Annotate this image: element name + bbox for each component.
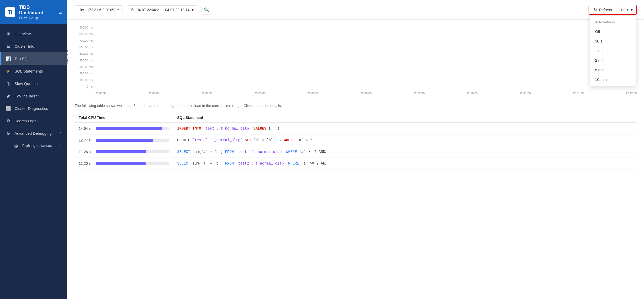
bar-group-42 bbox=[475, 26, 483, 88]
cpu-bar-fill-3 bbox=[96, 150, 146, 153]
time-range-value: 04-07 22:06:21 ~ 04-07 22:13:14 bbox=[137, 8, 189, 12]
sidebar-item-advanced-debugging[interactable]: ⚙ Advanced Debugging ∧ bbox=[0, 127, 67, 139]
bar-group-36 bbox=[420, 26, 429, 88]
cpu-bar-bg-3 bbox=[96, 150, 169, 153]
y-label-0: 0 ms bbox=[87, 85, 93, 88]
cluster-info-icon: ⊟ bbox=[6, 44, 11, 49]
y-label-500: 500.00 ms bbox=[80, 52, 93, 55]
key-vis-icon: ◉ bbox=[6, 93, 11, 98]
sidebar-item-top-sql[interactable]: 📊 Top SQL bbox=[0, 52, 67, 65]
key-vis-label: Key Visualizer bbox=[15, 94, 62, 98]
table-description: The following table shows which top 5 qu… bbox=[75, 104, 637, 108]
y-label-900: 900.00 ms bbox=[80, 26, 93, 29]
bar-group-14 bbox=[222, 26, 230, 88]
bar-group-30 bbox=[366, 26, 375, 88]
dropdown-header: Auto Refresh bbox=[590, 18, 636, 27]
overview-label: Overview bbox=[15, 32, 62, 36]
dropdown-option-1min[interactable]: 1 min bbox=[590, 46, 636, 55]
x-label-9: 22:11:00 bbox=[520, 92, 531, 95]
sql-statements-label: SQL Statements bbox=[15, 69, 62, 73]
y-axis: 900.00 ms 800.00 ms 700.00 ms 600.00 ms … bbox=[75, 26, 95, 88]
bar-group-8 bbox=[168, 26, 176, 88]
sidebar-item-search-logs[interactable]: ⚙ Search Logs bbox=[0, 115, 67, 127]
table-row[interactable]: 11.26 s SELECT sum(`a` + `b`) FROM `test… bbox=[75, 146, 637, 158]
cpu-bar-fill-4 bbox=[96, 162, 146, 165]
slow-queries-icon: ◎ bbox=[6, 81, 11, 86]
profiling-chevron: ∧ bbox=[59, 144, 62, 147]
x-label-3: 22:07:30 bbox=[201, 92, 212, 95]
instance-selector[interactable]: tikv - 172.31.6.2:20160 ▾ bbox=[75, 5, 123, 14]
bar-group-15 bbox=[231, 26, 239, 88]
dropdown-option-2min[interactable]: 2 min bbox=[590, 55, 636, 65]
dropdown-option-30s[interactable]: 30 s bbox=[590, 36, 636, 46]
chart-bars bbox=[95, 26, 637, 88]
bar-group-28 bbox=[348, 26, 357, 88]
menu-icon[interactable]: ☰ bbox=[59, 10, 62, 15]
app-title: TiDB Dashboard bbox=[19, 5, 55, 16]
cluster-diag-label: Cluster Diagnostics bbox=[15, 106, 62, 111]
bar-group-4 bbox=[131, 26, 140, 88]
x-label-5: 22:08:30 bbox=[307, 92, 319, 95]
cpu-time-val-2: 12.74 s bbox=[79, 138, 93, 142]
bar-group-37 bbox=[430, 26, 438, 88]
time-range-chevron: ▾ bbox=[192, 8, 194, 12]
top-bar: tikv - 172.31.6.2:20160 ▾ ⏱ 04-07 22:06:… bbox=[67, 0, 644, 20]
bar-group-43 bbox=[484, 26, 492, 88]
sidebar-header: Ti TiDB Dashboard PD v6.1.0-alpha ☰ bbox=[0, 0, 67, 24]
dropdown-option-10min[interactable]: 10 min bbox=[590, 75, 636, 84]
sidebar: Ti TiDB Dashboard PD v6.1.0-alpha ☰ ⊞ Ov… bbox=[0, 0, 67, 299]
search-button[interactable]: 🔍 bbox=[202, 5, 211, 15]
bar-group-16 bbox=[240, 26, 248, 88]
bar-group-22 bbox=[294, 26, 303, 88]
refresh-interval-button[interactable]: 1 min ▾ bbox=[617, 6, 636, 14]
sidebar-item-overview[interactable]: ⊞ Overview bbox=[0, 27, 67, 40]
bar-group-21 bbox=[285, 26, 294, 88]
x-axis: 22:06:30 22:07:00 22:07:30 22:08:00 22:0… bbox=[95, 88, 637, 98]
bar-group-47 bbox=[520, 26, 528, 88]
table-row[interactable]: 14.64 s INSERT INTO `test`.`t_normal_olt… bbox=[75, 123, 637, 134]
profiling-icon: ◎ bbox=[13, 143, 19, 148]
col-sql: SQL Statement bbox=[173, 113, 637, 123]
bar-group-20 bbox=[276, 26, 284, 88]
sidebar-item-cluster-info[interactable]: ⊟ Cluster Info bbox=[0, 40, 67, 52]
x-label-7: 22:09:30 bbox=[413, 92, 425, 95]
slow-queries-label: Slow Queries bbox=[15, 81, 62, 86]
main-content: tikv - 172.31.6.2:20160 ▾ ⏱ 04-07 22:06:… bbox=[67, 0, 644, 299]
instance-chevron: ▾ bbox=[117, 8, 119, 12]
advanced-debug-chevron: ∧ bbox=[59, 131, 62, 135]
bar-group-19 bbox=[267, 26, 275, 88]
cpu-bar-bg-4 bbox=[96, 162, 169, 165]
bar-group-0 bbox=[95, 26, 104, 88]
cluster-info-label: Cluster Info bbox=[15, 44, 62, 48]
sidebar-item-sql-statements[interactable]: ⚡ SQL Statements bbox=[0, 65, 67, 77]
bar-group-29 bbox=[357, 26, 366, 88]
sidebar-item-cluster-diagnostics[interactable]: ⬜ Cluster Diagnostics bbox=[0, 102, 67, 115]
bar-group-35 bbox=[411, 26, 420, 88]
bar-group-38 bbox=[439, 26, 447, 88]
dropdown-option-5min[interactable]: 5 min bbox=[590, 65, 636, 75]
bar-group-18 bbox=[258, 26, 266, 88]
table-row[interactable]: 11.20 s SELECT sum(`a` + `b`) FROM `test… bbox=[75, 158, 637, 169]
time-range-selector[interactable]: ⏱ 04-07 22:06:21 ~ 04-07 22:13:14 ▾ bbox=[127, 5, 197, 14]
refresh-button[interactable]: ↻ Refresh bbox=[589, 5, 617, 14]
bar-group-31 bbox=[375, 26, 384, 88]
table-row[interactable]: 12.74 s UPDATE `test2`.`t_normal_oltp` S… bbox=[75, 134, 637, 146]
bar-group-12 bbox=[204, 26, 212, 88]
cpu-chart: 900.00 ms 800.00 ms 700.00 ms 600.00 ms … bbox=[75, 26, 637, 98]
sql-text-4: SELECT sum(`a` + `b`) FROM `test2`.`t_no… bbox=[173, 158, 637, 169]
search-logs-label: Search Logs bbox=[15, 119, 62, 123]
x-label-4: 22:08:00 bbox=[254, 92, 266, 95]
sidebar-item-key-visualizer[interactable]: ◉ Key Visualizer bbox=[0, 90, 67, 102]
search-icon: 🔍 bbox=[204, 7, 209, 12]
bar-group-33 bbox=[393, 26, 402, 88]
refresh-icon: ↻ bbox=[594, 7, 597, 12]
sidebar-item-slow-queries[interactable]: ◎ Slow Queries bbox=[0, 77, 67, 90]
sidebar-item-profiling[interactable]: ◎ Profiling Instances ∧ bbox=[0, 139, 67, 152]
x-label-10: 22:11:30 bbox=[573, 92, 584, 95]
bar-group-44 bbox=[493, 26, 501, 88]
search-logs-icon: ⚙ bbox=[6, 118, 11, 123]
dropdown-option-off[interactable]: Off bbox=[590, 27, 636, 36]
bar-group-48 bbox=[529, 26, 537, 88]
advanced-debug-label: Advanced Debugging bbox=[15, 131, 56, 136]
y-label-700: 700.00 ms bbox=[80, 39, 93, 42]
